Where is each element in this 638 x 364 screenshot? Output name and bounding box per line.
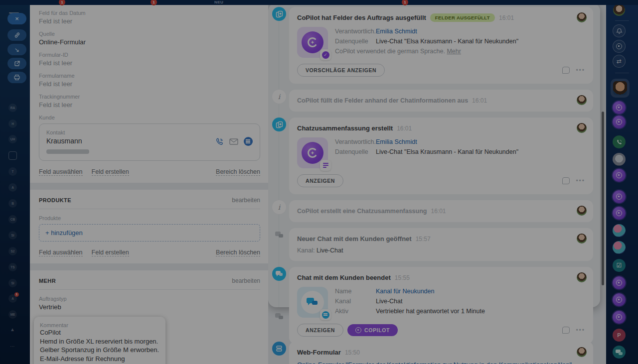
open-external-button[interactable] bbox=[7, 58, 26, 69]
avatar[interactable]: A1 bbox=[8, 294, 17, 303]
webform-link[interactable]: Online-Formular "Formular der Kontaktinf… bbox=[297, 361, 585, 364]
external-link-icon bbox=[14, 60, 20, 67]
avatar[interactable] bbox=[613, 224, 626, 237]
avatar[interactable]: S2 bbox=[8, 247, 17, 255]
settings-icon[interactable] bbox=[8, 151, 17, 160]
copilot-chat-item[interactable] bbox=[613, 101, 626, 114]
field-value[interactable]: Online-Formular bbox=[39, 38, 260, 46]
chat-tile-icon bbox=[297, 287, 328, 318]
more-dots-icon[interactable]: ⋯ bbox=[10, 344, 15, 349]
print-button[interactable] bbox=[7, 72, 26, 83]
avatar[interactable]: RA bbox=[8, 104, 17, 112]
field-value[interactable]: Feld ist leer bbox=[39, 17, 260, 25]
avatar[interactable] bbox=[577, 206, 587, 216]
show-suggestions-button[interactable]: VORSCHLÄGE ANZEIGEN bbox=[297, 64, 385, 77]
field-value[interactable]: Feld ist leer bbox=[39, 101, 260, 109]
card-title: Chat mit dem Kunden beendet bbox=[297, 274, 391, 281]
email-icon[interactable] bbox=[229, 138, 238, 145]
notifications-bell-icon[interactable] bbox=[613, 24, 626, 37]
note-icon[interactable] bbox=[562, 327, 570, 334]
avatar[interactable] bbox=[577, 347, 587, 357]
card-title: Neuer Chat mit dem Kunden geöffnet bbox=[297, 235, 412, 243]
chevron-up-icon[interactable]: ▲ bbox=[10, 327, 15, 332]
show-button[interactable]: ANZEIGEN bbox=[297, 174, 343, 187]
timeline-card-chat-summary: Chatzusammenfassung erstellt16:01 Verant… bbox=[289, 118, 593, 194]
copilot-chat-item[interactable] bbox=[613, 116, 626, 128]
minimize-button[interactable]: ↘ bbox=[7, 44, 26, 55]
avatar[interactable] bbox=[577, 272, 587, 282]
copilot-chat-item[interactable] bbox=[613, 276, 626, 289]
copilot-chat-item[interactable] bbox=[613, 190, 626, 203]
copilot-icon[interactable] bbox=[613, 40, 626, 53]
delete-section-link[interactable]: Bereich löschen bbox=[216, 168, 260, 176]
check-badge-icon: ✓ bbox=[320, 49, 331, 60]
avatar[interactable]: TS bbox=[8, 263, 17, 271]
select-field-link[interactable]: Feld auswählen bbox=[39, 249, 83, 256]
show-button[interactable]: ANZEIGEN bbox=[297, 324, 343, 337]
avatar[interactable]: P bbox=[613, 329, 626, 342]
add-product-button[interactable]: + hinzufügen bbox=[39, 224, 260, 242]
avatar[interactable] bbox=[577, 12, 587, 22]
avatar[interactable] bbox=[577, 234, 587, 243]
avatar[interactable]: H bbox=[8, 120, 17, 128]
responsible-person-link[interactable]: Emilia Schmidt bbox=[376, 28, 417, 35]
user-avatar[interactable] bbox=[613, 4, 625, 16]
tasks-checkbox-item[interactable]: ☑ bbox=[613, 259, 626, 272]
avatar[interactable]: B bbox=[8, 199, 17, 208]
avatar[interactable]: SI bbox=[8, 231, 17, 240]
responsible-person-link[interactable]: Emilia Schmidt bbox=[376, 138, 417, 145]
copilot-chat-item[interactable] bbox=[613, 169, 626, 182]
create-field-link[interactable]: Feld erstellen bbox=[92, 168, 129, 176]
copilot-chat-item[interactable] bbox=[613, 207, 626, 220]
comment-field-spotlight[interactable]: Kommentar CoPilot Hemd in Größe XL reser… bbox=[34, 317, 165, 364]
note-icon[interactable] bbox=[562, 67, 570, 74]
more-options-icon[interactable]: ••• bbox=[576, 328, 585, 332]
note-icon[interactable] bbox=[562, 177, 570, 184]
avatar[interactable] bbox=[613, 241, 626, 254]
more-options-icon[interactable]: ••• bbox=[576, 179, 585, 183]
avatar[interactable]: A bbox=[8, 183, 17, 192]
avatar[interactable]: T bbox=[8, 167, 17, 176]
phone-icon[interactable] bbox=[215, 137, 224, 146]
active-chat-avatar[interactable] bbox=[611, 79, 630, 98]
comment-text: CoPilot bbox=[40, 328, 160, 337]
field-value[interactable]: Vertrieb bbox=[39, 303, 260, 311]
row-label: Datenquelle bbox=[335, 38, 376, 45]
copilot-button[interactable]: COPILOT bbox=[347, 324, 398, 336]
chat-history-icon[interactable]: ⇄ bbox=[613, 55, 626, 68]
field-value[interactable]: Feld ist leer bbox=[39, 59, 260, 67]
comment-label: Kommentar bbox=[40, 322, 160, 328]
phone-call-item[interactable] bbox=[613, 135, 626, 148]
channel-link[interactable]: Kanal für Neukunden bbox=[376, 288, 434, 295]
avatar[interactable]: ME bbox=[8, 310, 17, 319]
create-field-link[interactable]: Feld erstellen bbox=[92, 249, 129, 256]
chat-bubbles-icon bbox=[616, 350, 623, 355]
select-field-link[interactable]: Feld auswählen bbox=[39, 168, 83, 176]
avatar[interactable] bbox=[613, 153, 626, 166]
more-link[interactable]: Mehr bbox=[447, 48, 461, 55]
arrow-down-right-icon: ↘ bbox=[14, 46, 19, 53]
avatar[interactable]: CB bbox=[8, 215, 17, 224]
chat-group-item[interactable] bbox=[613, 346, 626, 359]
divider bbox=[615, 73, 629, 73]
edit-section-link[interactable]: bearbeiten bbox=[232, 277, 260, 284]
avatar[interactable] bbox=[577, 123, 587, 133]
copilot-chat-item[interactable] bbox=[613, 311, 626, 324]
edit-section-link[interactable]: bearbeiten bbox=[232, 197, 260, 204]
contact-card[interactable]: Kontakt Krausmann bbox=[39, 123, 260, 161]
field-value[interactable]: Feld ist leer bbox=[39, 80, 260, 88]
card-title: CoPilot hat Felder des Auftrags ausgefül… bbox=[297, 14, 426, 21]
copilot-chat-item[interactable] bbox=[613, 293, 626, 306]
timeline-area: CoPilot hat Felder des Auftrags ausgefül… bbox=[268, 5, 606, 364]
chat-badge-icon bbox=[320, 309, 331, 320]
close-button[interactable]: × bbox=[7, 13, 26, 24]
avatar[interactable]: UH bbox=[8, 135, 17, 143]
close-icon: × bbox=[15, 15, 19, 22]
more-options-icon[interactable]: ••• bbox=[576, 68, 585, 72]
copy-link-button[interactable] bbox=[7, 29, 26, 41]
avatar[interactable]: SI bbox=[8, 279, 17, 287]
avatar[interactable] bbox=[577, 95, 587, 105]
open-channel-chat-icon[interactable] bbox=[244, 137, 253, 146]
vertical-scrollbar[interactable] bbox=[602, 112, 604, 285]
delete-section-link[interactable]: Bereich löschen bbox=[216, 249, 260, 256]
